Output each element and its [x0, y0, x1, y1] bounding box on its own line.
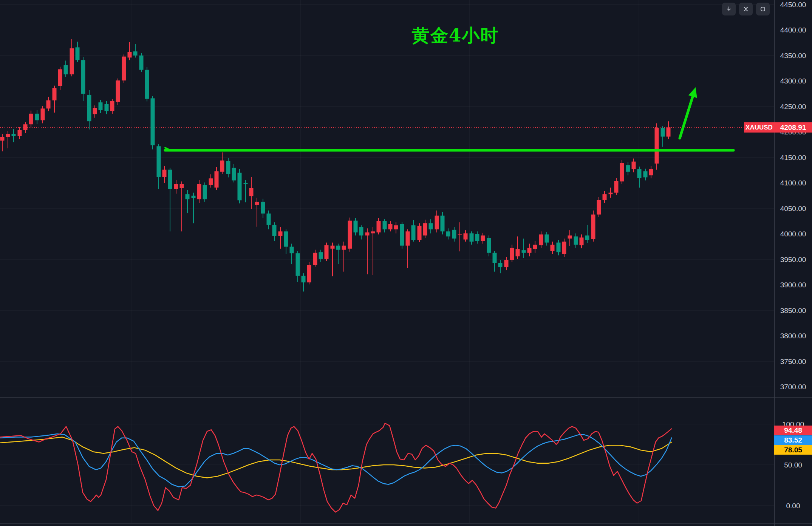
last-price-badge: 4208.91 [774, 122, 812, 133]
candle-body [667, 127, 671, 136]
candle-body [522, 250, 526, 253]
price-axis-label: 3700.00 [780, 383, 806, 391]
collapse-icon [742, 6, 749, 12]
candle-body [383, 221, 387, 230]
candle-body [307, 265, 311, 282]
candle-body [116, 80, 120, 102]
candle-body [6, 134, 10, 137]
candle-body [272, 225, 277, 236]
download-icon [725, 6, 732, 12]
candle-body [591, 214, 595, 239]
price-axis-label: 3850.00 [780, 307, 806, 315]
price-axis-label: 4400.00 [780, 26, 806, 34]
candle-body [93, 108, 97, 114]
candle-body [99, 102, 103, 110]
candle-body [87, 95, 91, 121]
price-axis-label: 4450.00 [780, 1, 806, 9]
candle-body [290, 247, 294, 253]
candle-body [411, 225, 416, 240]
candle-body [151, 98, 155, 145]
candle [597, 197, 601, 217]
candle-body [603, 194, 607, 200]
candle-body [539, 234, 543, 245]
price-axis-label: 4300.00 [780, 77, 806, 85]
candle-body [354, 221, 358, 232]
candle-body [110, 101, 114, 111]
candle-body [429, 223, 433, 229]
candle-body [614, 181, 619, 193]
candle-body [446, 231, 450, 237]
candle-body [139, 56, 144, 70]
candle-body [12, 134, 16, 136]
candle-body [545, 234, 549, 243]
candle-body [418, 226, 422, 240]
collapse-pane-button[interactable] [739, 3, 753, 15]
candle-body [255, 202, 259, 205]
candle-body [186, 194, 190, 199]
candle-body [336, 246, 340, 250]
candle-body [620, 163, 624, 182]
candle-body [458, 234, 462, 235]
price-axis-label: 4000.00 [780, 230, 806, 238]
candle-body [81, 60, 85, 94]
candle-body [209, 178, 213, 185]
candle-body [331, 246, 335, 249]
candle-body [122, 57, 126, 80]
candle-body [128, 52, 132, 58]
candle-body [18, 130, 22, 136]
candle-body [168, 170, 172, 189]
price-axis-label: 3750.00 [780, 358, 806, 366]
main-price-pane[interactable] [0, 0, 774, 398]
chart-window: 4450.004400.004350.004300.004250.004200.… [0, 0, 812, 526]
candle-body [313, 253, 317, 265]
candle [620, 160, 624, 184]
candle-body [29, 114, 33, 124]
candle-body [203, 185, 207, 199]
candle-body [632, 162, 636, 169]
candle-body [557, 242, 561, 252]
price-axis-label: 4350.00 [780, 52, 806, 60]
candle-body [342, 246, 346, 250]
candle-body [197, 184, 201, 199]
indicator-value-badge-k: 83.52 [774, 435, 812, 445]
candle-body [226, 161, 230, 174]
candle-body [510, 248, 514, 260]
indicator-pane[interactable] [0, 398, 774, 523]
candle-body [493, 253, 497, 263]
candle-body [261, 202, 265, 213]
candle-body [371, 231, 375, 233]
indicator-axis-label: 50.00 [784, 461, 802, 469]
candle-body [46, 100, 51, 109]
candle-body [643, 171, 648, 177]
candle [655, 123, 659, 170]
candle-body [249, 188, 254, 196]
candle [591, 210, 595, 241]
candle-body [157, 146, 161, 177]
candle-body [244, 183, 248, 184]
candle-body [284, 231, 288, 247]
candle-body [423, 223, 427, 235]
candle-body [215, 171, 219, 187]
candle-body [580, 238, 584, 245]
candle-body [516, 249, 520, 256]
candle-body [348, 221, 352, 248]
download-button[interactable] [722, 3, 736, 15]
price-axis-label: 3900.00 [780, 281, 806, 289]
candle-body [388, 224, 393, 230]
candle-body [162, 170, 167, 177]
candle-body [597, 200, 601, 214]
chart-toolbar [722, 3, 770, 15]
candle-body [562, 242, 566, 254]
maximize-pane-button[interactable] [756, 3, 770, 15]
chart-canvas[interactable]: 4450.004400.004350.004300.004250.004200.… [0, 0, 812, 526]
candle-body [133, 51, 138, 56]
indicator-value-badge-j: 94.48 [774, 426, 812, 435]
indicator-value-badge-d: 78.05 [774, 445, 812, 455]
candle-body [145, 70, 149, 99]
candle-body [475, 234, 479, 241]
candle-body [609, 193, 613, 194]
candle-body [296, 253, 300, 276]
candle-body [568, 236, 572, 239]
candle-body [661, 128, 665, 137]
candle [400, 222, 404, 248]
